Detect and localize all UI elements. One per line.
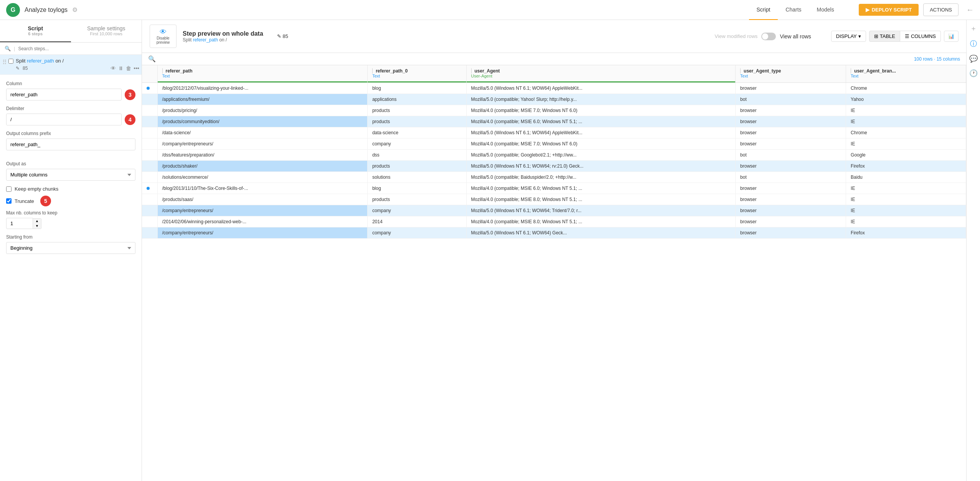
top-navigation: G Analyze toylogs ⚙ Script Charts Models… bbox=[0, 0, 980, 20]
tab-script[interactable]: Script bbox=[749, 0, 778, 20]
step-column-highlight: referer_path bbox=[27, 58, 54, 64]
tab-models[interactable]: Models bbox=[809, 0, 842, 20]
sidebar-tabs: Script 6 steps Sample settings First 10,… bbox=[0, 20, 142, 43]
cell-referer-path-0: products bbox=[368, 194, 466, 205]
table-view-button[interactable]: ⊞ TABLE bbox=[869, 31, 900, 42]
column-input[interactable] bbox=[6, 89, 122, 100]
cell-referer-path: /products/pricing/ bbox=[157, 105, 368, 116]
cell-user-agent: Mozilla/4.0 (compatible; MSIE 8.0; Windo… bbox=[466, 194, 736, 205]
eye-icon[interactable]: 👁 bbox=[111, 65, 116, 71]
trash-icon[interactable]: 🗑 bbox=[126, 65, 131, 71]
toggle-switch[interactable] bbox=[761, 33, 776, 40]
more-icon[interactable]: ••• bbox=[134, 65, 139, 71]
keep-empty-row: Keep empty chunks bbox=[6, 186, 135, 192]
step-checkbox[interactable] bbox=[8, 59, 13, 64]
cell-user-agent: Mozilla/4.0 (compatible; MSIE 6.0; Windo… bbox=[466, 116, 736, 127]
settings-icon[interactable]: ⚙ bbox=[72, 6, 78, 13]
add-icon[interactable]: ＋ bbox=[970, 24, 977, 33]
row-indicator bbox=[142, 194, 157, 205]
search-icon: 🔍 bbox=[5, 46, 11, 51]
col-header-user-agent: user_Agent User-Agent bbox=[466, 65, 736, 83]
columns-icon: ☰ bbox=[905, 33, 909, 39]
cell-user-agent-type: browser bbox=[736, 194, 846, 205]
table-row[interactable]: /data-science/ data-science Mozilla/5.0 … bbox=[142, 127, 966, 138]
actions-button[interactable]: ACTIONS bbox=[923, 3, 959, 16]
chart-button[interactable]: 📊 bbox=[944, 31, 959, 42]
cell-user-agent-type: bot bbox=[736, 172, 846, 183]
drag-handle-icon[interactable]: ⠿ bbox=[2, 59, 7, 66]
sidebar-tab-sample[interactable]: Sample settings First 10,000 rows bbox=[71, 20, 142, 42]
cell-user-agent: Mozilla/5.0 (Windows NT 6.1; WOW64; Trid… bbox=[466, 205, 736, 216]
increment-button[interactable]: ▲ bbox=[33, 219, 41, 224]
search-input[interactable] bbox=[18, 46, 137, 51]
sidebar-tab-script[interactable]: Script 6 steps bbox=[0, 20, 71, 42]
table-row[interactable]: /products/pricing/ products Mozilla/4.0 … bbox=[142, 105, 966, 116]
sidebar-search-bar: 🔍 | bbox=[0, 43, 142, 55]
step-title: Split referer_path on / bbox=[16, 58, 139, 64]
table-row[interactable]: /company/entrepreneurs/ company Mozilla/… bbox=[142, 205, 966, 216]
clock-icon[interactable]: 🕐 bbox=[969, 69, 978, 77]
starting-from-label: Starting from bbox=[6, 234, 135, 240]
col-name-user-agent-type: user_Agent_type bbox=[744, 68, 781, 74]
table-row[interactable]: /applications/freemium/ applications Moz… bbox=[142, 94, 966, 105]
tab-charts[interactable]: Charts bbox=[778, 0, 809, 20]
col-name-user-agent-brand: user_Agent_bran... bbox=[854, 68, 896, 74]
deploy-script-button[interactable]: ▶ DEPLOY SCRIPT bbox=[859, 4, 919, 16]
cell-referer-path-0: dss bbox=[368, 150, 466, 161]
table-row[interactable]: /blog/2012/12/07/visualizing-your-linked… bbox=[142, 83, 966, 94]
max-cols-row: Max nb. columns to keep ▲ ▼ bbox=[6, 210, 135, 229]
toolbar-right: DISPLAY ▾ ⊞ TABLE ☰ COLUMNS 📊 bbox=[831, 31, 959, 42]
delimiter-label: Delimiter bbox=[6, 106, 135, 111]
table-search-icon[interactable]: 🔍 bbox=[148, 55, 156, 63]
step-list-item[interactable]: ⠿ Split referer_path on / ✎ 85 👁 ⏸ 🗑 ••• bbox=[0, 55, 142, 75]
main-layout: Script 6 steps Sample settings First 10,… bbox=[0, 20, 980, 481]
table-row[interactable]: /company/entrepreneurs/ company Mozilla/… bbox=[142, 227, 966, 239]
chat-icon[interactable]: 💬 bbox=[969, 54, 978, 63]
table-row[interactable]: /products/shaker/ products Mozilla/5.0 (… bbox=[142, 161, 966, 172]
keep-empty-checkbox[interactable] bbox=[6, 186, 12, 192]
max-cols-input[interactable] bbox=[6, 218, 33, 229]
table-row[interactable]: /2014/02/06/winning-personalized-web-...… bbox=[142, 216, 966, 227]
info-icon[interactable]: ⓘ bbox=[970, 39, 977, 48]
disable-preview-button[interactable]: 👁 Disable preview bbox=[150, 25, 177, 48]
truncate-checkbox[interactable] bbox=[6, 198, 12, 204]
output-as-select[interactable]: Multiple columns Array Object bbox=[6, 169, 135, 181]
table-row[interactable]: /dss/features/preparation/ dss Mozilla/5… bbox=[142, 150, 966, 161]
output-prefix-input[interactable] bbox=[6, 138, 135, 150]
cell-referer-path-0: products bbox=[368, 116, 466, 127]
cell-user-agent: Mozilla/5.0 (Windows NT 6.1; WOW64; rv:2… bbox=[466, 161, 736, 172]
step-item-content: Split referer_path on / ✎ 85 👁 ⏸ 🗑 ••• bbox=[16, 58, 139, 71]
cell-user-agent-brand: IE bbox=[846, 138, 966, 150]
cell-referer-path-0: data-science bbox=[368, 127, 466, 138]
table-row[interactable]: /products/communityedition/ products Moz… bbox=[142, 116, 966, 127]
decrement-button[interactable]: ▼ bbox=[33, 224, 41, 229]
table-container[interactable]: referer_path Text referer_path_0 bbox=[142, 65, 966, 481]
starting-from-select[interactable]: Beginning End bbox=[6, 242, 135, 254]
cell-user-agent-brand: Yahoo bbox=[846, 94, 966, 105]
cell-user-agent-brand: Baidu bbox=[846, 172, 966, 183]
table-row[interactable]: /solutions/ecommerce/ solutions Mozilla/… bbox=[142, 172, 966, 183]
cell-referer-path-0: company bbox=[368, 205, 466, 216]
cell-user-agent-type: bot bbox=[736, 150, 846, 161]
table-row[interactable]: /products/saas/ products Mozilla/4.0 (co… bbox=[142, 194, 966, 205]
back-button[interactable]: ← bbox=[966, 5, 974, 14]
cell-user-agent-brand: IE bbox=[846, 216, 966, 227]
columns-view-button[interactable]: ☰ COLUMNS bbox=[900, 31, 941, 42]
cell-user-agent: Mozilla/4.0 (compatible; MSIE 8.0; Windo… bbox=[466, 216, 736, 227]
row-indicator bbox=[142, 172, 157, 183]
cell-referer-path: /data-science/ bbox=[157, 127, 368, 138]
table-row[interactable]: /blog/2013/11/10/The-Six-Core-Skills-of-… bbox=[142, 183, 966, 194]
table-row[interactable]: /company/entrepreneurs/ company Mozilla/… bbox=[142, 138, 966, 150]
cell-user-agent-brand: Chrome bbox=[846, 83, 966, 94]
app-logo: G bbox=[6, 3, 20, 17]
delimiter-input[interactable] bbox=[6, 114, 122, 125]
cell-referer-path: /applications/freemium/ bbox=[157, 94, 368, 105]
pause-icon[interactable]: ⏸ bbox=[118, 65, 124, 71]
cell-referer-path-0: blog bbox=[368, 183, 466, 194]
cell-user-agent-brand: Chrome bbox=[846, 127, 966, 138]
cell-user-agent: Mozilla/5.0 (compatible; Yahoo! Slurp; h… bbox=[466, 94, 736, 105]
display-button[interactable]: DISPLAY ▾ bbox=[831, 31, 866, 42]
row-indicator bbox=[142, 116, 157, 127]
preview-title: Step preview on whole data bbox=[183, 30, 263, 37]
cell-user-agent-brand: Google bbox=[846, 150, 966, 161]
